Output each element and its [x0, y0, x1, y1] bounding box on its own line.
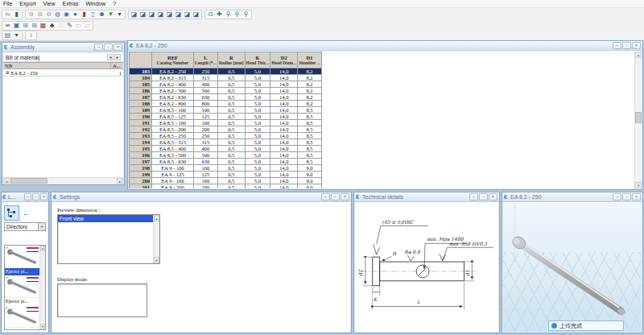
maximize-button[interactable]: ▫	[331, 193, 340, 201]
catalog-row[interactable]: 196EA 8,5 - 5005000,55,014,08,5	[130, 152, 322, 159]
scroll-down-arrow-icon[interactable]: ▼	[154, 257, 159, 263]
catalog-row[interactable]: 195EA 8,5 - 4004000,55,014,08,5	[130, 146, 322, 152]
catalog-column-header[interactable]: REFCatalog Number	[152, 52, 194, 68]
square-disabled-icon[interactable]: □	[56, 21, 65, 30]
close-button[interactable]: ×	[40, 193, 47, 201]
maximize-button[interactable]: ▫	[622, 42, 631, 49]
scroll-down-arrow-icon[interactable]: ▼	[40, 324, 45, 329]
catalog-row[interactable]: 201EA 9 - 2002000,55,014,09,0	[130, 184, 322, 189]
pin-red-icon[interactable]: ▮	[80, 10, 89, 19]
preview-viewport[interactable]: 上传完成	[503, 203, 642, 332]
catalog-row[interactable]: 183EA 8,2 - 2502500,55,014,08,2	[130, 68, 322, 75]
cad-format-4-icon[interactable]: ◪	[156, 10, 165, 19]
menu-item-file[interactable]: File	[3, 1, 12, 6]
menu-item-export[interactable]: Export	[19, 1, 35, 6]
scroll-right-arrow-icon[interactable]: ►	[117, 178, 123, 184]
stamp-icon[interactable]: ♣	[47, 21, 56, 30]
catalog-row[interactable]: 200EA 9 - 1601600,55,014,09,0	[130, 178, 322, 184]
maximize-button[interactable]: ▫	[32, 193, 39, 201]
catalog-column-header[interactable]: D2Head Diam...	[270, 52, 298, 68]
assembly-row[interactable]: ⊞ EA 8,2 - 250 1	[3, 69, 123, 77]
library-item[interactable]: ⌗Ejector pi...	[5, 305, 39, 329]
pen-icon[interactable]: ✎	[65, 21, 74, 30]
tab-bill-of-material[interactable]: Bill of material	[6, 55, 39, 60]
scroll-up-arrow-icon[interactable]: ▲	[154, 215, 159, 221]
circle-tool-2-icon[interactable]: ⊖	[35, 10, 44, 19]
library-item-label[interactable]: Ejector pi...	[5, 268, 39, 275]
assembly-col-nb[interactable]: NB	[3, 63, 110, 68]
close-button[interactable]: ×	[114, 43, 122, 51]
close-button[interactable]: ×	[632, 42, 641, 49]
minimize-button[interactable]: ─	[469, 193, 478, 201]
catalog-row[interactable]: 186EA 8,2 - 5005000,55,014,08,2	[130, 88, 322, 94]
user-icon[interactable]: ☻	[97, 10, 106, 19]
circle-tool-1-icon[interactable]: ⊖	[27, 10, 35, 19]
sphere-view-1-icon[interactable]: ◍	[53, 10, 62, 19]
scroll-up-arrow-icon[interactable]: ▲	[635, 52, 642, 58]
catalog-row[interactable]: 198EA 9 - 1001000,55,014,09,0	[130, 165, 322, 172]
catalog-vscrollbar[interactable]: ▲ ▼	[634, 52, 642, 188]
technical-titlebar[interactable]: Technical details ─ ▫ ×	[354, 192, 499, 202]
cad-format-3-icon[interactable]: ◪	[147, 10, 156, 19]
library-item-label[interactable]: Ejector pi...	[5, 328, 39, 329]
sphere-view-2-icon[interactable]: ◉	[62, 10, 71, 19]
app-dropdown-icon[interactable]: ▾	[12, 31, 21, 40]
library-item-label[interactable]: Ejector pi...	[5, 298, 39, 305]
cad-format-6-icon[interactable]: ◪	[174, 10, 183, 19]
cad-format-2-icon[interactable]: ◪	[138, 10, 147, 19]
clip-disabled-icon[interactable]: ▱	[83, 21, 92, 30]
cad-format-1-icon[interactable]: ◪	[130, 10, 138, 19]
maximize-button[interactable]: ▫	[479, 193, 488, 201]
globe-icon[interactable]: ♁	[27, 31, 35, 40]
catalog-column-header[interactable]: LLength (*...	[194, 52, 218, 68]
library-item[interactable]: ⌗Ejector pi...	[5, 246, 39, 275]
menu-item-view[interactable]: View	[43, 1, 56, 6]
zoom-window-icon[interactable]: ⚲	[224, 10, 233, 19]
window-icon[interactable]: ▣	[12, 21, 21, 30]
cad-format-5-icon[interactable]: ◪	[165, 10, 174, 19]
catalog-row[interactable]: 190EA 8,5 - 1251250,55,014,08,5	[130, 114, 322, 120]
pin-gray-icon[interactable]: ▯	[89, 10, 97, 19]
library-vscrollbar[interactable]: ▲ ▼	[39, 246, 45, 329]
sphere-view-3-icon[interactable]: ●	[71, 10, 80, 19]
tree-view-button[interactable]	[4, 205, 19, 221]
menu-item-help[interactable]: ?	[113, 1, 116, 6]
transfer-icon[interactable]: ⇋	[3, 10, 12, 19]
search-binoculars-icon[interactable]: ∞	[3, 21, 12, 30]
catalog-row[interactable]: 192EA 8,5 - 2002000,55,014,08,5	[130, 126, 322, 133]
settings-titlebar[interactable]: Settings ─ ▫ ×	[52, 192, 351, 202]
display-mode-listbox[interactable]	[57, 283, 147, 317]
menu-item-extras[interactable]: Extras	[63, 1, 79, 6]
catalog-row[interactable]: 188EA 8,2 - 8008000,55,014,08,2	[130, 101, 322, 107]
table-red-icon[interactable]: ▦	[39, 21, 47, 30]
minimize-button[interactable]: ─	[613, 42, 621, 49]
table-grid-1-icon[interactable]: ⊞	[21, 21, 30, 30]
catalog-row[interactable]: 194EA 8,5 - 3153150,55,014,08,5	[130, 139, 322, 146]
minimize-button[interactable]: ─	[94, 43, 103, 51]
database-icon[interactable]: ▮	[12, 10, 21, 19]
close-button[interactable]: ×	[489, 193, 497, 201]
cad-format-7-icon[interactable]: ◪	[183, 10, 192, 19]
scroll-down-arrow-icon[interactable]: ▼	[635, 182, 642, 188]
catalog-row[interactable]: 191EA 8,5 - 1601600,55,014,08,5	[130, 120, 322, 126]
catalog-row[interactable]: 189EA 8,5 - 1001000,55,014,08,5	[130, 107, 322, 114]
fit-view-icon[interactable]: G	[206, 10, 215, 19]
green-dropdown-icon[interactable]: ▼	[106, 10, 115, 19]
app-launcher-icon[interactable]: ▤	[3, 31, 12, 40]
small-dropdown-icon[interactable]: ▾	[115, 10, 124, 19]
assembly-col-a[interactable]: A...	[110, 63, 123, 68]
catalog-column-header[interactable]: RRadius [mm]	[217, 52, 245, 68]
scroll-left-arrow-icon[interactable]: ◄	[3, 178, 10, 184]
catalog-row[interactable]: 185EA 8,2 - 4004000,55,014,08,2	[130, 81, 322, 88]
catalog-column-header[interactable]: D1Shoulder ...	[298, 52, 322, 68]
zoom-in-icon[interactable]: ⚲	[233, 10, 242, 19]
directory-combobox[interactable]: Directory ▼	[4, 222, 46, 231]
library-item[interactable]: ⌗Ejector pi...	[5, 275, 39, 305]
catalog-row[interactable]: 197EA 8,5 - 6306300,55,014,08,5	[130, 159, 322, 165]
menu-item-window[interactable]: Window	[85, 1, 105, 6]
insert-left-arrow-icon[interactable]: ←	[22, 208, 31, 217]
assembly-titlebar[interactable]: Assembly ─ ▫ ×	[2, 43, 124, 52]
preview-dimension-listbox[interactable]: Front view ▲ ▼	[57, 214, 160, 264]
catalog-row[interactable]: 193EA 8,5 - 2502500,55,014,08,5	[130, 133, 322, 139]
circle-tool-3-icon[interactable]: ⊖	[44, 10, 53, 19]
